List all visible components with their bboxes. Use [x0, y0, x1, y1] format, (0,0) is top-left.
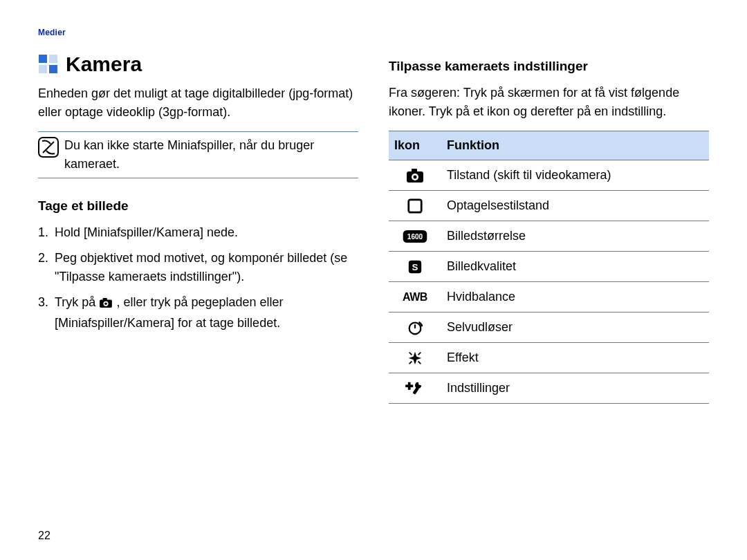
- svg-rect-2: [39, 65, 47, 73]
- svg-line-24: [409, 361, 412, 364]
- table-row: Effekt: [389, 342, 709, 373]
- svg-rect-28: [408, 382, 411, 390]
- table-row: Optagelsestilstand: [389, 190, 709, 221]
- step-3a: Tryk på: [55, 295, 99, 309]
- note-box: Du kan ikke starte Miniafspiller, når du…: [38, 131, 358, 178]
- settings-intro: Fra søgeren: Tryk på skærmen for at få v…: [389, 84, 709, 121]
- svg-rect-11: [412, 169, 417, 172]
- func-record-mode: Optagelsestilstand: [441, 190, 709, 221]
- effect-icon: [389, 342, 441, 373]
- image-size-icon: 1600: [389, 221, 441, 251]
- record-mode-icon: [389, 190, 441, 221]
- self-timer-icon: [389, 312, 441, 342]
- table-row: 1600 Billedstørrelse: [389, 221, 709, 251]
- svg-rect-1: [49, 55, 57, 63]
- step-2: Peg objektivet mod motivet, og komponér …: [38, 249, 358, 286]
- svg-rect-3: [49, 65, 57, 73]
- table-row: Indstillinger: [389, 373, 709, 403]
- func-mode: Tilstand (skift til videokamera): [441, 160, 709, 190]
- step-3: Tryk på , eller tryk på pegepladen eller…: [38, 293, 358, 333]
- heading-squares-icon: [38, 54, 59, 75]
- svg-text:1600: 1600: [407, 232, 423, 240]
- svg-line-5: [43, 142, 54, 153]
- svg-rect-7: [103, 297, 107, 300]
- intro-paragraph: Enheden gør det muligt at tage digitalbi…: [38, 84, 358, 122]
- heading-settings: Tilpasse kameraets indstillinger: [389, 57, 709, 77]
- page-title-text: Kamera: [66, 54, 142, 75]
- svg-point-9: [105, 302, 108, 305]
- svg-line-25: [418, 361, 421, 364]
- svg-rect-0: [39, 55, 47, 63]
- heading-take-picture: Tage et billede: [38, 196, 358, 216]
- func-image-size: Billedstørrelse: [441, 221, 709, 251]
- svg-line-23: [418, 352, 421, 355]
- th-function: Funktion: [441, 131, 709, 160]
- th-icon: Ikon: [389, 131, 441, 160]
- table-row: Tilstand (skift til videokamera): [389, 160, 709, 190]
- svg-rect-26: [412, 386, 419, 395]
- steps-list: Hold [Miniafspiller/Kamera] nede. Peg ob…: [38, 223, 358, 333]
- settings-table: Ikon Funktion: [389, 131, 709, 404]
- note-text: Du kan ikke starte Miniafspiller, når du…: [64, 136, 358, 174]
- page-title: Kamera: [38, 54, 358, 75]
- svg-point-19: [409, 322, 421, 334]
- func-self-timer: Selvudløser: [441, 312, 709, 342]
- func-white-balance: Hvidbalance: [441, 281, 709, 312]
- func-settings: Indstillinger: [441, 373, 709, 403]
- svg-line-22: [409, 352, 412, 355]
- func-effect: Effekt: [441, 342, 709, 373]
- table-row: Selvudløser: [389, 312, 709, 342]
- white-balance-icon: AWB: [389, 281, 441, 312]
- settings-icon: [389, 373, 441, 403]
- page-number: 22: [38, 530, 50, 542]
- svg-point-13: [414, 175, 417, 178]
- svg-text:S: S: [412, 261, 418, 272]
- mode-camera-icon: [389, 160, 441, 190]
- table-row: AWB Hvidbalance: [389, 281, 709, 312]
- table-row: S Billedkvalitet: [389, 251, 709, 281]
- note-icon: [38, 137, 59, 163]
- func-image-quality: Billedkvalitet: [441, 251, 709, 281]
- section-header: Medier: [38, 28, 709, 37]
- camera-icon: [99, 295, 113, 314]
- svg-rect-14: [409, 200, 421, 212]
- step-1: Hold [Miniafspiller/Kamera] nede.: [38, 223, 358, 242]
- image-quality-icon: S: [389, 251, 441, 281]
